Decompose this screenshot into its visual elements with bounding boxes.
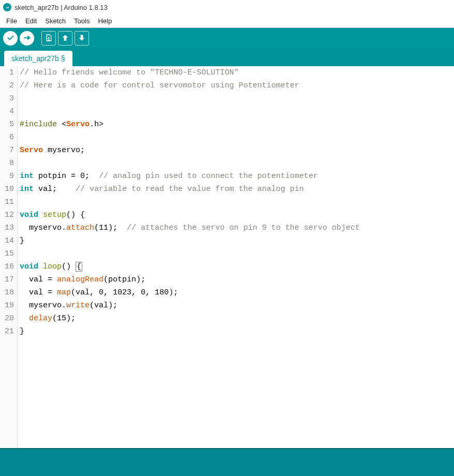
code-line[interactable]: val = map(val, 0, 1023, 0, 180);	[20, 286, 454, 299]
window-title: sketch_apr27b | Arduino 1.8.13	[14, 4, 108, 11]
line-number: 18	[0, 286, 14, 299]
save-button[interactable]	[75, 31, 89, 46]
line-number: 6	[0, 131, 14, 144]
line-number: 17	[0, 273, 14, 286]
menu-bar: File Edit Sketch Tools Help	[0, 14, 454, 28]
code-line[interactable]: int val; // variable to read the value f…	[20, 183, 454, 196]
check-icon	[6, 34, 14, 43]
code-editor[interactable]: 123456789101112131415161718192021 // Hel…	[0, 66, 454, 448]
line-number: 12	[0, 209, 14, 221]
code-line[interactable]	[20, 157, 454, 170]
tab-bar: sketch_apr27b §	[0, 49, 454, 66]
new-button[interactable]	[41, 31, 56, 46]
arrow-down-icon	[78, 34, 86, 43]
line-number: 3	[0, 92, 14, 105]
verify-button[interactable]	[3, 31, 18, 46]
line-number: 4	[0, 105, 14, 118]
code-line[interactable]	[20, 105, 454, 118]
line-gutter: 123456789101112131415161718192021	[0, 66, 18, 448]
menu-help[interactable]: Help	[94, 16, 116, 26]
line-number: 16	[0, 260, 14, 273]
line-number: 9	[0, 170, 14, 183]
line-number: 13	[0, 221, 14, 234]
code-line[interactable]: myservo.write(val);	[20, 299, 454, 312]
menu-tools[interactable]: Tools	[70, 16, 94, 26]
open-button[interactable]	[58, 31, 72, 46]
status-bar	[0, 448, 454, 476]
code-area[interactable]: // Hello friends welcome to "TECHNO-E-SO…	[18, 66, 454, 448]
menu-file[interactable]: File	[2, 16, 21, 26]
line-number: 21	[0, 325, 14, 338]
line-number: 7	[0, 144, 14, 157]
line-number: 20	[0, 312, 14, 325]
code-line[interactable]: Servo myservo;	[20, 144, 454, 157]
tab-sketch[interactable]: sketch_apr27b §	[4, 51, 72, 66]
code-line[interactable]: #include <Servo.h>	[20, 118, 454, 131]
arrow-right-icon	[23, 34, 31, 43]
code-line[interactable]: }	[20, 325, 454, 338]
menu-edit[interactable]: Edit	[21, 16, 41, 26]
line-number: 11	[0, 196, 14, 209]
line-number: 14	[0, 234, 14, 247]
line-number: 5	[0, 118, 14, 131]
arrow-up-icon	[61, 34, 69, 43]
title-bar: ∞ sketch_apr27b | Arduino 1.8.13	[0, 0, 454, 14]
toolbar	[0, 28, 454, 49]
menu-sketch[interactable]: Sketch	[41, 16, 70, 26]
file-icon	[45, 34, 53, 43]
line-number: 2	[0, 79, 14, 92]
upload-button[interactable]	[20, 31, 34, 46]
code-line[interactable]: void loop() {	[20, 260, 454, 273]
code-line[interactable]: int potpin = 0; // analog pin used to co…	[20, 170, 454, 183]
code-line[interactable]	[20, 131, 454, 144]
line-number: 1	[0, 66, 14, 79]
code-line[interactable]: void setup() {	[20, 209, 454, 221]
line-number: 19	[0, 299, 14, 312]
arduino-icon: ∞	[3, 3, 11, 11]
line-number: 15	[0, 247, 14, 260]
code-line[interactable]: delay(15);	[20, 312, 454, 325]
line-number: 10	[0, 183, 14, 196]
code-line[interactable]	[20, 92, 454, 105]
code-line[interactable]: myservo.attach(11); // attaches the serv…	[20, 221, 454, 234]
line-number: 8	[0, 157, 14, 170]
code-line[interactable]	[20, 247, 454, 260]
code-line[interactable]: // Here is a code for control servomotor…	[20, 79, 454, 92]
code-line[interactable]: }	[20, 234, 454, 247]
code-line[interactable]: // Hello friends welcome to "TECHNO-E-SO…	[20, 66, 454, 79]
code-line[interactable]: val = analogRead(potpin);	[20, 273, 454, 286]
code-line[interactable]	[20, 196, 454, 209]
